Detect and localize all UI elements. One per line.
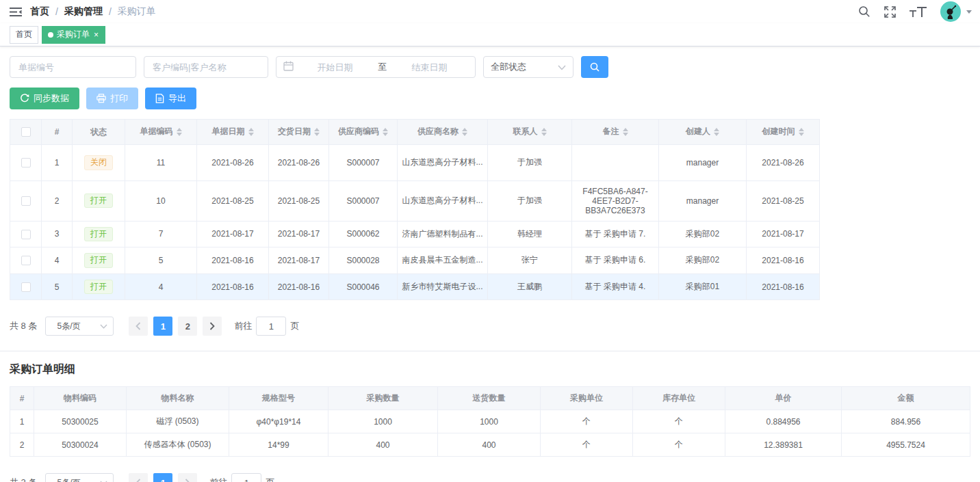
prev-page-button[interactable] [129,317,148,336]
table-row-selected[interactable]: 5 打开 4 2021-08-16 2021-08-16 S000046 新乡市… [10,273,820,300]
order-detail-table: # 物料编码 物料名称 规格型号 采购数量 送货数量 采购单位 库存单位 单价 … [10,386,970,457]
toolbar: 同步数据 打印 导出 [10,88,970,109]
sortable-header-doc-date[interactable]: 单据日期 [197,120,269,145]
row-checkbox[interactable] [21,256,31,265]
chevron-down-icon [100,321,107,331]
goto-label: 前往 [209,477,227,482]
navbar: 首页 / 采购管理 / 采购订单 [0,0,980,23]
detail-row: 250300024 传感器本体 (0503)14*99 400400 个个 12… [10,433,970,457]
row-checkbox[interactable] [21,158,31,168]
customer-input[interactable] [144,56,268,78]
chevron-right-icon [185,479,190,482]
status-badge: 打开 [84,253,113,268]
sortable-header-delivery-date[interactable]: 交货日期 [269,120,329,145]
doc-number-input[interactable] [10,56,136,78]
status-badge: 打开 [84,193,113,209]
sortable-header-remark[interactable]: 备注 [572,120,659,145]
section-divider [0,351,980,351]
detail-table-header: # 物料编码 物料名称 规格型号 采购数量 送货数量 采购单位 库存单位 单价 … [10,387,970,410]
sortable-header-contact[interactable]: 联系人 [488,120,572,145]
row-checkbox[interactable] [21,282,31,292]
user-menu[interactable] [940,1,972,22]
table-row[interactable]: 4 打开 5 2021-08-16 2021-08-17 S000028 南皮县… [10,247,820,274]
font-size-icon[interactable] [910,7,927,17]
start-date-input[interactable] [296,62,374,72]
calendar-icon [283,61,294,73]
page-size-select[interactable]: 5条/页 [45,317,114,336]
chevron-down-icon [100,478,107,482]
tab-purchase-order[interactable]: 采购订单 × [42,26,105,44]
row-checkbox[interactable] [21,230,31,239]
sort-icon[interactable] [462,125,467,139]
page-number-button[interactable]: 1 [153,473,172,482]
filter-bar: 至 全部状态 [10,56,970,78]
table-row[interactable]: 1 关闭 11 2021-08-26 2021-08-26 S000007 山东… [10,145,820,181]
detail-row: 150300025 磁浮 (0503)φ40*φ19*14 10001000 个… [10,410,970,433]
breadcrumb-item-home[interactable]: 首页 [30,5,49,18]
sort-icon[interactable] [383,125,388,139]
sync-data-button[interactable]: 同步数据 [10,88,79,109]
navbar-right-menu [858,1,972,22]
chevron-left-icon [136,479,141,482]
sortable-header-creator[interactable]: 创建人 [659,120,747,145]
goto-page-input[interactable] [256,317,286,336]
detail-section-title: 采购订单明细 [10,362,970,377]
row-checkbox[interactable] [21,196,31,206]
page-size-select[interactable]: 5条/页 [45,473,114,482]
printer-icon [96,94,106,103]
orders-pagination: 共 8 条 5条/页 1 2 前往 页 [10,317,970,336]
page-suffix-label: 页 [290,320,299,332]
status-badge: 打开 [84,227,113,242]
sort-icon[interactable] [177,125,182,139]
sort-icon[interactable] [623,125,628,139]
sortable-header-created-at[interactable]: 创建时间 [747,120,820,145]
avatar[interactable] [940,1,961,22]
page-suffix-label: 页 [266,477,274,482]
sortable-header-code[interactable]: 单据编码 [125,120,197,145]
orders-table-header: # 状态 单据编码 单据日期 交货日期 供应商编码 供应商名称 联系人 备注 创… [10,120,820,145]
sort-icon[interactable] [541,125,547,139]
sort-icon[interactable] [314,125,320,139]
breadcrumb-item-purchase-mgmt[interactable]: 采购管理 [64,5,103,18]
orders-table: # 状态 单据编码 单据日期 交货日期 供应商编码 供应商名称 联系人 备注 创… [10,119,820,300]
sortable-header-supplier-name[interactable]: 供应商名称 [398,120,488,145]
sort-icon[interactable] [248,125,254,139]
chevron-left-icon [136,322,141,330]
status-badge: 打开 [84,280,113,295]
status-select[interactable]: 全部状态 [483,56,573,78]
refresh-icon [20,94,29,103]
document-icon [155,94,164,103]
print-button[interactable]: 打印 [86,88,138,109]
select-all-checkbox[interactable] [21,127,31,137]
page-number-button[interactable]: 1 [153,317,172,336]
active-dot-icon [48,32,53,38]
search-button[interactable] [581,56,608,78]
tags-view-bar: 首页 采购订单 × [0,23,980,46]
page-number-button[interactable]: 2 [178,317,197,336]
table-row[interactable]: 2 打开 10 2021-08-25 2021-08-25 S000007 山东… [10,180,820,221]
next-page-button[interactable] [178,473,197,482]
export-button[interactable]: 导出 [145,88,196,109]
sort-icon[interactable] [714,125,719,139]
prev-page-button[interactable] [129,473,148,482]
breadcrumb-item-current: 采购订单 [118,5,156,18]
tab-home[interactable]: 首页 [10,26,38,44]
chevron-right-icon [209,322,215,330]
hamburger-icon[interactable] [10,7,22,17]
search-icon[interactable] [858,5,871,18]
close-tab-icon[interactable]: × [93,31,99,39]
sort-icon[interactable] [799,125,804,139]
status-badge: 关闭 [84,155,113,170]
caret-down-icon [966,10,972,16]
next-page-button[interactable] [203,317,222,336]
end-date-input[interactable] [391,62,468,72]
breadcrumb-separator: / [109,6,112,17]
goto-page-input[interactable] [231,473,261,482]
sortable-header-supplier-code[interactable]: 供应商编码 [329,120,398,145]
date-range-picker[interactable]: 至 [276,56,476,78]
fullscreen-icon[interactable] [884,6,896,18]
date-separator: 至 [376,61,388,73]
table-row[interactable]: 3 打开 7 2021-08-17 2021-08-17 S000062 济南广… [10,221,820,247]
goto-label: 前往 [234,320,252,332]
breadcrumb-separator: / [55,6,58,17]
